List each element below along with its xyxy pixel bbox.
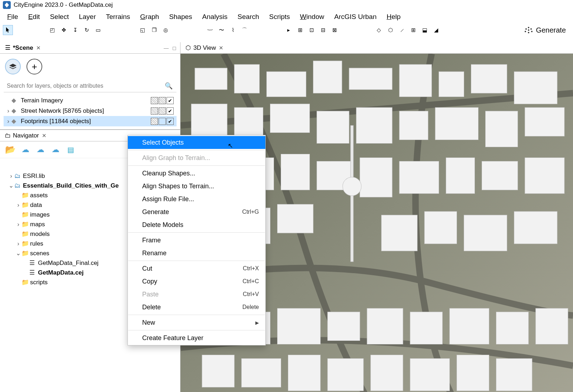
layer-icon: ◆ [11,97,19,104]
ctx-item-delete[interactable]: DeleteDelete [128,301,265,314]
ctx-item-align-shapes-to-terrain-[interactable]: Align Shapes to Terrain... [128,180,265,193]
expand-icon[interactable]: › [15,240,21,247]
layer-check-2[interactable]: ✔ [167,97,174,104]
maximize-icon[interactable]: ◻ [172,45,177,51]
expand-icon[interactable]: › [15,221,21,228]
ctx-item-assign-rule-file-[interactable]: Assign Rule File... [128,193,265,205]
layers-button[interactable] [5,59,21,74]
close-icon[interactable]: ✕ [36,45,41,51]
menu-arcgis-urban[interactable]: ArcGIS Urban [329,11,381,22]
expand-icon[interactable]: ⌄ [8,182,14,189]
tool-rect-icon[interactable]: ▭ [93,25,103,35]
tool-shape4-icon[interactable]: ⊞ [408,25,418,35]
layer-row-1[interactable]: ›◆Street Network [58765 objects]✔ [4,106,177,116]
nav-cloud-share-icon[interactable]: ☁ [35,144,46,155]
tool-nav4-icon[interactable]: ⊟ [318,25,328,35]
tool-shape5-icon[interactable]: ⬓ [420,25,430,35]
tool-globe-icon[interactable]: ◎ [160,25,170,35]
expand-icon[interactable]: › [8,173,14,180]
ctx-item-create-feature-layer[interactable]: Create Feature Layer [128,331,265,344]
svg-rect-20 [317,111,349,143]
ctx-item-generate[interactable]: GenerateCtrl+G [128,205,265,218]
layer-row-2[interactable]: ›◆Footprints [11844 objects]✔ [4,116,177,126]
svg-rect-16 [514,72,557,104]
ctx-item-cleanup-shapes-[interactable]: Cleanup Shapes... [128,167,265,180]
menu-search[interactable]: Search [232,11,264,22]
menu-edit[interactable]: Edit [23,11,45,22]
scene-panel-tabstrip: ☰ *Scene ✕ — ◻ [0,42,180,54]
ctx-label: Frame [142,237,259,244]
menu-layer[interactable]: Layer [74,11,101,22]
generate-label: Generate [536,26,566,34]
expand-icon[interactable]: › [5,118,11,125]
layer-check-0[interactable] [151,118,158,125]
tool-pan-icon[interactable]: ✥ [59,25,69,35]
menu-help[interactable]: Help [381,11,405,22]
menu-terrains[interactable]: Terrains [101,11,135,22]
layer-check-1[interactable] [159,107,166,115]
scene-tab[interactable]: ☰ *Scene ✕ [1,43,44,53]
svg-rect-46 [367,308,403,344]
search-icon[interactable]: 🔍 [163,82,175,90]
tool-shape6-icon[interactable]: ◢ [431,25,441,35]
navigator-tab[interactable]: 🗀 Navigator ✕ [1,131,49,141]
nav-open-icon[interactable]: 📂 [5,144,16,155]
svg-rect-9 [234,64,259,93]
tool-shape3-icon[interactable]: ⟋ [397,25,407,35]
ctx-item-new[interactable]: New▶ [128,316,265,329]
layer-check-2[interactable]: ✔ [167,107,174,115]
ctx-item-cut[interactable]: CutCtrl+X [128,262,265,275]
close-icon[interactable]: ✕ [42,132,47,139]
ctx-item-rename[interactable]: Rename [128,247,265,260]
menu-shapes[interactable]: Shapes [164,11,197,22]
tool-move-cube-icon[interactable]: ◰ [47,25,57,35]
nav-cloud-user-icon[interactable]: ☁ [20,144,31,155]
tool-nav3-icon[interactable]: ⊡ [307,25,317,35]
expand-icon[interactable]: › [15,202,21,209]
tool-nav5-icon[interactable]: ⊠ [329,25,340,35]
ctx-item-frame[interactable]: Frame [128,234,265,247]
close-icon[interactable]: ✕ [219,45,223,51]
layer-check-1[interactable] [159,97,166,104]
layer-check-2[interactable]: ✔ [167,118,174,125]
tool-curve2-icon[interactable]: 〜 [216,25,226,35]
tool-nav2-icon[interactable]: ⊞ [295,25,305,35]
layer-check-0[interactable] [151,107,158,115]
minimize-icon[interactable]: — [164,45,169,51]
layer-check-1[interactable] [159,118,166,125]
expand-icon[interactable]: › [5,107,11,115]
generate-button[interactable]: Generate [524,26,570,34]
nav-cloud-icon[interactable]: ☁ [50,144,61,155]
layer-checks: ✔ [151,107,174,115]
ctx-item-delete-models[interactable]: Delete Models [128,218,265,231]
menu-file[interactable]: File [2,11,23,22]
tool-curve4-icon[interactable]: ⌒ [239,25,249,35]
view3d-tab[interactable]: ⬡ 3D View ✕ [182,43,226,53]
expand-icon[interactable]: ⌄ [15,250,21,257]
scene-search-input[interactable] [5,81,163,91]
add-button[interactable]: + [27,59,42,74]
tool-shape2-icon[interactable]: ⬡ [385,25,395,35]
menu-scripts[interactable]: Scripts [264,11,295,22]
select-tool[interactable] [3,25,13,35]
tool-curve1-icon[interactable]: 〰 [205,25,215,35]
svg-point-5 [531,31,533,32]
ctx-item-select-objects[interactable]: Select Objects [128,136,265,149]
tool-curve3-icon[interactable]: ⌇ [228,25,238,35]
menu-window[interactable]: Window [295,11,329,22]
tool-shape1-icon[interactable]: ◇ [374,25,384,35]
tool-cube2-icon[interactable]: ◱ [138,25,148,35]
menu-select[interactable]: Select [45,11,74,22]
layer-check-0[interactable] [151,97,158,104]
navigator-filter-input[interactable] [3,161,139,167]
tool-down-icon[interactable]: ↧ [70,25,80,35]
layer-row-0[interactable]: ◆Terrain Imagery✔ [4,95,177,106]
tool-nav1-icon[interactable]: ▸ [284,25,294,35]
tool-stack-icon[interactable]: ❐ [149,25,159,35]
menu-analysis[interactable]: Analysis [197,11,233,22]
menu-graph[interactable]: Graph [135,11,164,22]
ctx-item-copy[interactable]: CopyCtrl+C [128,275,265,288]
tool-rotate-icon[interactable]: ↻ [82,25,92,35]
context-menu: Select ObjectsAlign Graph to Terrain...C… [127,135,266,345]
nav-db-icon[interactable]: ▤ [65,144,76,155]
